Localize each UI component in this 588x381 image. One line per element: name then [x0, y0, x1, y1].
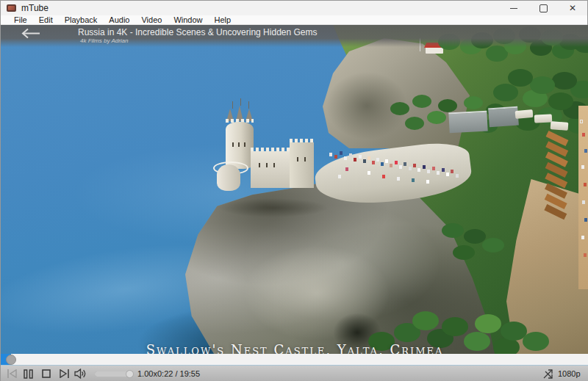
bush-cluster: [412, 311, 439, 330]
beach-strip: [578, 106, 588, 289]
title-bar: mTube ✕: [1, 1, 587, 15]
beach-people-dots: [581, 120, 582, 123]
seek-bar[interactable]: [1, 354, 588, 366]
video-channel: 4k Films by Adrian: [80, 37, 129, 44]
volume-button[interactable]: [74, 366, 87, 381]
window-controls: ✕: [499, 1, 587, 15]
close-icon: ✕: [569, 4, 576, 12]
castle-window: [297, 157, 298, 162]
video-surface[interactable]: Russia in 4K - Incredible Scenes & Uncov…: [1, 25, 588, 354]
tent-canopy: [515, 109, 534, 119]
volume-track[interactable]: [95, 371, 132, 377]
tent-canopy: [551, 121, 569, 131]
window-title: mTube: [21, 3, 49, 13]
rock-shadow: [323, 69, 411, 142]
pavilion: [426, 47, 443, 54]
castle-bastion: [217, 164, 240, 191]
castle-mast: [232, 101, 233, 109]
seek-thumb[interactable]: [6, 355, 16, 365]
pause-button[interactable]: [24, 366, 33, 381]
back-arrow-icon[interactable]: [20, 28, 42, 39]
castle-window: [244, 142, 245, 147]
volume-thumb[interactable]: [126, 370, 134, 378]
tree-cluster: [412, 95, 431, 108]
castle-window: [304, 157, 306, 162]
previous-track-icon: [7, 369, 18, 378]
castle-mast: [248, 101, 249, 109]
menu-playback[interactable]: Playback: [65, 15, 98, 25]
fullscreen-expand-icon: [542, 369, 553, 380]
quality-selector[interactable]: 1080p: [558, 366, 581, 381]
app-icon: [7, 4, 16, 12]
castle-east-tower: [290, 142, 314, 188]
fullscreen-button[interactable]: [542, 366, 553, 381]
castle-shadow: [218, 198, 329, 217]
next-track-icon: [59, 369, 70, 378]
minimize-icon: [510, 8, 517, 9]
playback-speed: 1.00x: [137, 366, 157, 381]
stop-icon: [42, 369, 51, 378]
building: [488, 106, 519, 128]
menu-help[interactable]: Help: [215, 15, 232, 25]
menu-video[interactable]: Video: [141, 15, 162, 25]
minimize-button[interactable]: [499, 1, 528, 15]
castle-window: [273, 163, 275, 167]
time-display: 0:22 / 19:55: [157, 366, 200, 381]
volume-slider[interactable]: [95, 366, 132, 381]
next-track-button[interactable]: [59, 366, 70, 381]
maximize-icon: [539, 4, 548, 12]
stop-button[interactable]: [42, 366, 51, 381]
castle-window: [232, 142, 234, 147]
tree-cluster: [508, 69, 533, 87]
tent-canopy: [534, 114, 553, 123]
castle-window: [266, 163, 268, 167]
menu-bar: File Edit Playback Audio Video Window He…: [1, 15, 587, 25]
app-window: mTube ✕ File Edit Playback Audio Video W…: [0, 0, 588, 381]
bush-cluster: [442, 223, 464, 238]
previous-track-button[interactable]: [7, 366, 18, 381]
video-caption: Swallow's Nest Castle, Yalta, Crimea: [1, 342, 588, 354]
menu-file[interactable]: File: [14, 15, 27, 25]
pause-icon: [24, 369, 33, 379]
speaker-icon: [74, 369, 87, 379]
castle-keep: [251, 151, 293, 188]
menu-window[interactable]: Window: [173, 15, 202, 25]
menu-audio[interactable]: Audio: [109, 15, 129, 25]
close-button[interactable]: ✕: [558, 1, 587, 15]
castle-mast: [240, 98, 241, 106]
swallows-nest-castle: [216, 106, 326, 208]
video-title: Russia in 4K - Incredible Scenes & Uncov…: [78, 27, 318, 37]
menu-edit[interactable]: Edit: [39, 15, 53, 25]
volume-fill: [95, 371, 132, 377]
maximize-button[interactable]: [528, 1, 558, 15]
castle-window: [259, 163, 260, 167]
control-bar: 1.00x 0:22 / 19:55 1080p: [1, 366, 588, 381]
building: [448, 111, 487, 134]
castle-window: [238, 142, 240, 147]
